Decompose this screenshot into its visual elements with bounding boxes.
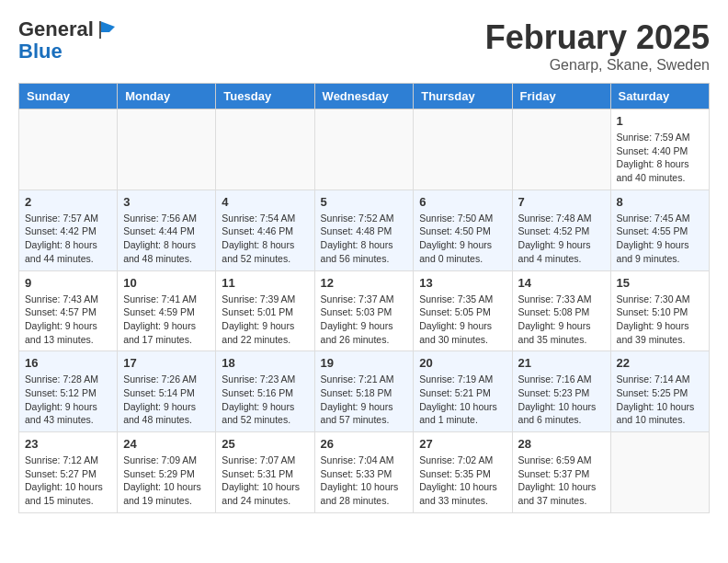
calendar-cell (314, 109, 414, 190)
day-number: 10 (123, 276, 210, 290)
logo-flag-icon (96, 18, 118, 40)
calendar-cell: 12Sunrise: 7:37 AM Sunset: 5:03 PM Dayli… (314, 270, 414, 351)
day-info: Sunrise: 7:23 AM Sunset: 5:16 PM Dayligh… (222, 373, 308, 427)
day-info: Sunrise: 7:19 AM Sunset: 5:21 PM Dayligh… (419, 373, 506, 427)
calendar-cell: 6Sunrise: 7:50 AM Sunset: 4:50 PM Daylig… (414, 190, 512, 270)
page-header: General Blue February 2025 Genarp, Skane… (18, 18, 710, 74)
calendar-cell: 9Sunrise: 7:43 AM Sunset: 4:57 PM Daylig… (19, 270, 118, 351)
calendar-cell: 7Sunrise: 7:48 AM Sunset: 4:52 PM Daylig… (512, 190, 610, 270)
calendar-cell: 23Sunrise: 7:12 AM Sunset: 5:27 PM Dayli… (19, 432, 118, 513)
calendar-cell: 27Sunrise: 7:02 AM Sunset: 5:35 PM Dayli… (414, 432, 512, 513)
day-info: Sunrise: 7:52 AM Sunset: 4:48 PM Dayligh… (321, 212, 408, 266)
day-info: Sunrise: 7:33 AM Sunset: 5:08 PM Dayligh… (518, 293, 605, 347)
day-info: Sunrise: 7:12 AM Sunset: 5:27 PM Dayligh… (25, 454, 111, 508)
day-info: Sunrise: 7:59 AM Sunset: 4:40 PM Dayligh… (617, 131, 703, 185)
calendar-cell: 11Sunrise: 7:39 AM Sunset: 5:01 PM Dayli… (216, 270, 314, 351)
day-info: Sunrise: 7:14 AM Sunset: 5:25 PM Dayligh… (617, 373, 703, 427)
day-number: 26 (321, 437, 408, 451)
calendar-cell: 15Sunrise: 7:30 AM Sunset: 5:10 PM Dayli… (610, 270, 709, 351)
day-info: Sunrise: 7:16 AM Sunset: 5:23 PM Dayligh… (518, 373, 605, 427)
day-info: Sunrise: 7:50 AM Sunset: 4:50 PM Dayligh… (419, 212, 506, 266)
day-number: 11 (222, 276, 308, 290)
calendar-week-row: 1Sunrise: 7:59 AM Sunset: 4:40 PM Daylig… (19, 109, 710, 190)
day-number: 7 (518, 195, 605, 209)
calendar-cell: 16Sunrise: 7:28 AM Sunset: 5:12 PM Dayli… (19, 351, 118, 432)
day-info: Sunrise: 7:35 AM Sunset: 5:05 PM Dayligh… (419, 293, 506, 347)
day-info: Sunrise: 7:48 AM Sunset: 4:52 PM Dayligh… (518, 212, 605, 266)
title-block: February 2025 Genarp, Skane, Sweden (485, 18, 710, 74)
day-info: Sunrise: 7:21 AM Sunset: 5:18 PM Dayligh… (321, 373, 408, 427)
day-number: 3 (123, 195, 210, 209)
col-header-thursday: Thursday (414, 84, 512, 109)
logo-general-text: General (18, 18, 94, 40)
calendar-cell: 14Sunrise: 7:33 AM Sunset: 5:08 PM Dayli… (512, 270, 610, 351)
day-number: 22 (617, 356, 703, 370)
logo-blue-text: Blue (18, 40, 118, 63)
svg-marker-0 (100, 21, 115, 32)
day-number: 9 (25, 276, 111, 290)
calendar-cell: 21Sunrise: 7:16 AM Sunset: 5:23 PM Dayli… (512, 351, 610, 432)
day-info: Sunrise: 7:57 AM Sunset: 4:42 PM Dayligh… (25, 212, 111, 266)
day-number: 14 (518, 276, 605, 290)
calendar-cell (512, 109, 610, 190)
day-number: 24 (123, 437, 210, 451)
calendar-cell: 2Sunrise: 7:57 AM Sunset: 4:42 PM Daylig… (19, 190, 118, 270)
calendar-cell: 13Sunrise: 7:35 AM Sunset: 5:05 PM Dayli… (414, 270, 512, 351)
calendar-cell: 4Sunrise: 7:54 AM Sunset: 4:46 PM Daylig… (216, 190, 314, 270)
month-year: February 2025 (485, 18, 710, 57)
calendar-cell: 19Sunrise: 7:21 AM Sunset: 5:18 PM Dayli… (314, 351, 414, 432)
day-info: Sunrise: 7:43 AM Sunset: 4:57 PM Dayligh… (25, 293, 111, 347)
calendar-cell: 24Sunrise: 7:09 AM Sunset: 5:29 PM Dayli… (118, 432, 216, 513)
day-info: Sunrise: 6:59 AM Sunset: 5:37 PM Dayligh… (518, 454, 605, 508)
day-info: Sunrise: 7:56 AM Sunset: 4:44 PM Dayligh… (123, 212, 210, 266)
col-header-wednesday: Wednesday (314, 84, 414, 109)
day-number: 12 (321, 276, 408, 290)
calendar-cell: 26Sunrise: 7:04 AM Sunset: 5:33 PM Dayli… (314, 432, 414, 513)
day-number: 15 (617, 276, 703, 290)
day-info: Sunrise: 7:26 AM Sunset: 5:14 PM Dayligh… (123, 373, 210, 427)
day-info: Sunrise: 7:09 AM Sunset: 5:29 PM Dayligh… (123, 454, 210, 508)
logo: General Blue (18, 18, 118, 63)
calendar-week-row: 16Sunrise: 7:28 AM Sunset: 5:12 PM Dayli… (19, 351, 710, 432)
day-info: Sunrise: 7:02 AM Sunset: 5:35 PM Dayligh… (419, 454, 506, 508)
calendar-cell (19, 109, 118, 190)
calendar-cell: 5Sunrise: 7:52 AM Sunset: 4:48 PM Daylig… (314, 190, 414, 270)
day-number: 21 (518, 356, 605, 370)
calendar-week-row: 2Sunrise: 7:57 AM Sunset: 4:42 PM Daylig… (19, 190, 710, 270)
calendar-cell: 10Sunrise: 7:41 AM Sunset: 4:59 PM Dayli… (118, 270, 216, 351)
calendar-cell: 17Sunrise: 7:26 AM Sunset: 5:14 PM Dayli… (118, 351, 216, 432)
day-info: Sunrise: 7:39 AM Sunset: 5:01 PM Dayligh… (222, 293, 308, 347)
day-info: Sunrise: 7:37 AM Sunset: 5:03 PM Dayligh… (321, 293, 408, 347)
col-header-friday: Friday (512, 84, 610, 109)
calendar-week-row: 9Sunrise: 7:43 AM Sunset: 4:57 PM Daylig… (19, 270, 710, 351)
calendar-cell: 28Sunrise: 6:59 AM Sunset: 5:37 PM Dayli… (512, 432, 610, 513)
calendar-cell (118, 109, 216, 190)
day-number: 28 (518, 437, 605, 451)
day-info: Sunrise: 7:30 AM Sunset: 5:10 PM Dayligh… (617, 293, 703, 347)
location: Genarp, Skane, Sweden (485, 57, 710, 74)
day-number: 1 (617, 114, 703, 128)
day-number: 4 (222, 195, 308, 209)
day-info: Sunrise: 7:04 AM Sunset: 5:33 PM Dayligh… (321, 454, 408, 508)
day-number: 20 (419, 356, 506, 370)
calendar-cell: 18Sunrise: 7:23 AM Sunset: 5:16 PM Dayli… (216, 351, 314, 432)
day-number: 16 (25, 356, 111, 370)
day-info: Sunrise: 7:28 AM Sunset: 5:12 PM Dayligh… (25, 373, 111, 427)
col-header-tuesday: Tuesday (216, 84, 314, 109)
day-info: Sunrise: 7:41 AM Sunset: 4:59 PM Dayligh… (123, 293, 210, 347)
calendar-cell: 25Sunrise: 7:07 AM Sunset: 5:31 PM Dayli… (216, 432, 314, 513)
col-header-monday: Monday (118, 84, 216, 109)
day-number: 27 (419, 437, 506, 451)
day-info: Sunrise: 7:45 AM Sunset: 4:55 PM Dayligh… (617, 212, 703, 266)
day-info: Sunrise: 7:07 AM Sunset: 5:31 PM Dayligh… (222, 454, 308, 508)
col-header-saturday: Saturday (610, 84, 709, 109)
calendar-cell: 20Sunrise: 7:19 AM Sunset: 5:21 PM Dayli… (414, 351, 512, 432)
calendar-cell: 3Sunrise: 7:56 AM Sunset: 4:44 PM Daylig… (118, 190, 216, 270)
col-header-sunday: Sunday (19, 84, 118, 109)
calendar-cell (414, 109, 512, 190)
day-number: 18 (222, 356, 308, 370)
day-number: 8 (617, 195, 703, 209)
day-number: 13 (419, 276, 506, 290)
calendar-header-row: SundayMondayTuesdayWednesdayThursdayFrid… (19, 84, 710, 109)
calendar-table: SundayMondayTuesdayWednesdayThursdayFrid… (18, 83, 710, 513)
